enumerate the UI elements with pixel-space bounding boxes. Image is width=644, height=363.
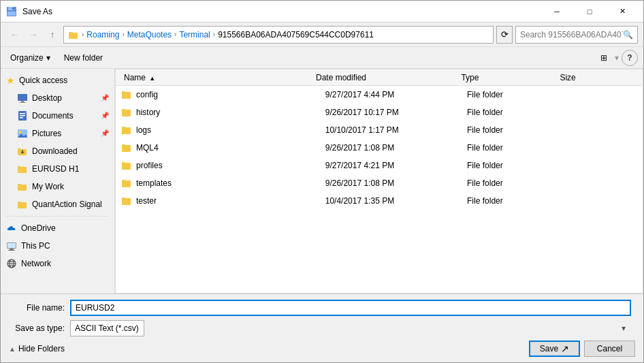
sidebar-item-desktop[interactable]: Desktop 📌: [1, 89, 114, 107]
forward-button[interactable]: →: [25, 27, 42, 43]
up-button[interactable]: ↑: [44, 27, 61, 43]
save-cursor-icon: ↗: [561, 343, 569, 354]
file-row-config[interactable]: config 9/27/2017 4:44 PM File folder: [116, 86, 643, 104]
svg-rect-2: [12, 7, 14, 10]
folder-icon-config: [121, 90, 132, 99]
breadcrumb-separator-3: ›: [174, 31, 176, 38]
filename-input[interactable]: [70, 300, 631, 316]
sidebar-item-mywork[interactable]: My Work: [1, 178, 114, 195]
organize-button[interactable]: Organize ▾: [6, 50, 54, 66]
file-row-history[interactable]: history 9/26/2017 10:17 PM File folder: [116, 104, 643, 121]
folder-downloaded-icon: [17, 146, 28, 157]
sidebar-item-pictures[interactable]: Pictures 📌: [1, 125, 114, 142]
refresh-button[interactable]: ⟳: [496, 26, 513, 44]
svg-rect-53: [122, 199, 131, 205]
minimize-button[interactable]: ─: [541, 1, 573, 22]
hide-folders-toggle[interactable]: ▲ Hide Folders: [9, 344, 65, 353]
help-button[interactable]: ?: [622, 50, 638, 66]
svg-rect-11: [20, 115, 25, 116]
file-row-templates[interactable]: templates 9/26/2017 1:08 PM File folder: [116, 174, 643, 192]
file-name-mql4: MQL4: [136, 143, 325, 153]
network-icon: [6, 258, 17, 269]
documents-icon: [17, 110, 28, 121]
savetype-select[interactable]: ASCII Text (*.csv): [70, 320, 144, 336]
save-as-dialog: Save As ─ □ ✕ ← → ↑ › Roaming › MetaQuot…: [0, 0, 644, 363]
svg-rect-25: [7, 243, 16, 248]
file-name-logs: logs: [136, 125, 325, 135]
file-row-profiles[interactable]: profiles 9/27/2017 4:21 PM File folder: [116, 157, 643, 174]
save-button[interactable]: Save ↗: [529, 341, 580, 357]
col-header-date[interactable]: Date modified: [313, 73, 458, 82]
sidebar-item-network[interactable]: Network: [1, 255, 114, 272]
breadcrumb-metaquotes[interactable]: MetaQuotes: [127, 30, 172, 40]
back-button[interactable]: ←: [6, 27, 22, 43]
pin-icon-documents: 📌: [101, 112, 109, 120]
col-header-name[interactable]: Name ▲: [121, 73, 313, 82]
action-buttons: Save ↗ Cancel: [529, 341, 635, 357]
filename-label: File name:: [9, 303, 70, 313]
organize-label: Organize: [10, 53, 44, 63]
col-header-size[interactable]: Size: [557, 73, 637, 82]
sidebar-item-label-documents: Documents: [32, 111, 97, 121]
svg-rect-35: [122, 93, 131, 99]
file-type-logs: File folder: [467, 125, 562, 135]
sidebar-item-onedrive[interactable]: OneDrive: [1, 219, 114, 237]
filename-row: File name:: [9, 300, 635, 316]
save-as-icon: [6, 6, 17, 17]
file-name-templates: templates: [136, 178, 325, 188]
svg-rect-12: [20, 117, 23, 119]
sidebar-item-documents[interactable]: Documents 📌: [1, 107, 114, 125]
close-button[interactable]: ✕: [607, 1, 638, 22]
sidebar-item-label-mywork: My Work: [32, 182, 109, 191]
svg-rect-21: [18, 184, 21, 186]
pictures-icon: [17, 128, 28, 139]
cancel-button[interactable]: Cancel: [584, 341, 635, 357]
sidebar-item-thispc[interactable]: This PC: [1, 237, 114, 255]
folder-quantaction-icon: [17, 199, 28, 210]
col-type-label: Type: [461, 73, 479, 82]
desktop-icon: [17, 93, 28, 104]
file-row-logs[interactable]: logs 10/10/2017 1:17 PM File folder: [116, 121, 643, 139]
file-date-tester: 10/4/2017 1:35 PM: [325, 196, 467, 206]
file-row-tester[interactable]: tester 10/4/2017 1:35 PM File folder: [116, 192, 643, 210]
view-options-button[interactable]: ⊞: [596, 50, 612, 66]
sidebar-item-quantaction[interactable]: QuantAction Signal: [1, 195, 114, 213]
breadcrumb-bar: › Roaming › MetaQuotes › Terminal › 9155…: [63, 26, 494, 44]
sidebar-item-downloaded[interactable]: Downloaded: [1, 142, 114, 160]
sidebar-item-quick-access[interactable]: ★ Quick access: [1, 72, 114, 89]
col-date-label: Date modified: [316, 73, 366, 82]
title-controls: ─ □ ✕: [541, 1, 638, 22]
svg-rect-50: [122, 181, 131, 187]
breadcrumb-roaming[interactable]: Roaming: [86, 30, 119, 40]
col-size-label: Size: [560, 73, 575, 82]
file-date-mql4: 9/26/2017 1:08 PM: [325, 143, 467, 153]
folder-breadcrumb-icon: [68, 29, 79, 40]
pin-icon-pictures: 📌: [101, 129, 109, 138]
bottom-panel: File name: Save as type: ASCII Text (*.c…: [1, 294, 643, 362]
file-list-container: Name ▲ Date modified Type Size: [115, 69, 643, 294]
file-type-templates: File folder: [467, 178, 562, 188]
sidebar-item-label-thispc: This PC: [21, 241, 109, 251]
folder-icon-logs: [121, 125, 132, 135]
file-row-mql4[interactable]: MQL4 9/26/2017 1:08 PM File folder: [116, 139, 643, 157]
sidebar-item-eurusd[interactable]: EURUSD H1: [1, 160, 114, 178]
star-icon: ★: [6, 75, 15, 86]
sidebar-item-label-desktop: Desktop: [32, 93, 97, 103]
sidebar: ★ Quick access Desktop 📌: [1, 69, 115, 294]
pin-icon-desktop: 📌: [101, 94, 109, 102]
sidebar-item-label-pictures: Pictures: [32, 129, 97, 138]
sidebar-item-label-quick-access: Quick access: [19, 76, 109, 85]
new-folder-button[interactable]: New folder: [60, 50, 107, 66]
folder-eurusd-icon: [17, 163, 28, 174]
svg-rect-47: [122, 163, 131, 170]
col-header-type[interactable]: Type: [458, 73, 557, 82]
sidebar-item-label-eurusd: EURUSD H1: [32, 164, 109, 174]
svg-rect-26: [10, 249, 14, 250]
file-name-config: config: [136, 90, 325, 99]
maximize-button[interactable]: □: [574, 1, 605, 22]
svg-point-14: [19, 131, 22, 133]
breadcrumb-terminal[interactable]: Terminal: [179, 30, 210, 40]
search-input[interactable]: [520, 30, 623, 40]
file-date-templates: 9/26/2017 1:08 PM: [325, 178, 467, 188]
organize-toolbar: Organize ▾ New folder ⊞ ▾ ?: [1, 47, 643, 69]
